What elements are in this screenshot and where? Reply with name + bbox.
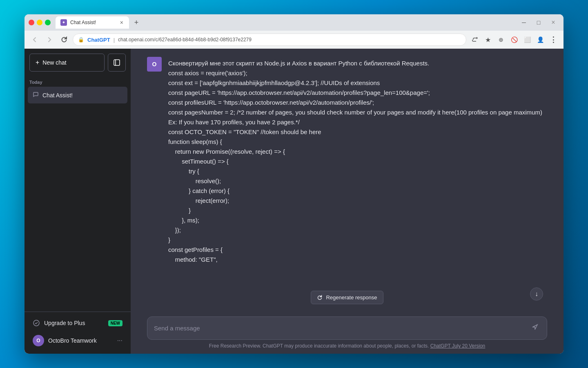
back-button[interactable]	[29, 34, 41, 46]
user-avatar: O	[33, 335, 44, 346]
toolbar-actions: ★ ⊕ 🚫 ⬜ 👤 ⋮	[469, 34, 559, 46]
window-maximize-button[interactable]: □	[532, 16, 545, 29]
reader-button[interactable]: ⬜	[521, 34, 533, 46]
browser-tab-active[interactable]: ✦ Chat Assist! ×	[56, 16, 129, 29]
today-label: Today	[24, 76, 131, 86]
scroll-down-wrapper: ↓	[530, 287, 543, 301]
delete-chat-button[interactable]	[115, 91, 122, 99]
regenerate-icon	[317, 295, 323, 301]
tab-favicon: ✦	[60, 19, 67, 26]
chat-item-text: Chat Assist!	[42, 92, 91, 99]
user-menu-button[interactable]: ···	[117, 337, 122, 344]
window-controls	[29, 20, 51, 25]
chat-bottom: Free Research Preview. ChatGPT may produ…	[131, 312, 564, 354]
scroll-down-button[interactable]: ↓	[530, 287, 543, 301]
address-separator: |	[114, 37, 115, 43]
chat-item[interactable]: Chat Assist!	[28, 87, 127, 103]
sidebar-spacer	[24, 104, 131, 312]
reload-button[interactable]	[58, 34, 70, 46]
chat-icon	[33, 92, 38, 99]
tab-bar: ✦ Chat Assist! × +	[56, 16, 514, 29]
bookmark-button[interactable]: ★	[482, 34, 494, 46]
user-avatar-message: O	[147, 57, 162, 72]
close-window-button[interactable]	[29, 20, 34, 25]
send-icon	[531, 323, 539, 331]
tab-close-button[interactable]: ×	[119, 18, 124, 27]
user-message-block: O Сконвертируй мне этот скрипт из Node.j…	[147, 57, 547, 265]
sidebar-bottom: Upgrade to Plus NEW O OctoBro Teamwork ·…	[24, 312, 131, 354]
plus-icon: +	[36, 59, 39, 66]
address-url: chat.openai.com/c/627ea86d-b84d-46b8-b9d…	[118, 37, 252, 43]
user-message-content: Сконвертируй мне этот скрипт из Node.js …	[168, 57, 547, 265]
window-minimize-button[interactable]: ─	[518, 16, 530, 29]
user-profile-item[interactable]: O OctoBro Teamwork ···	[28, 331, 127, 350]
footer-disclaimer: Free Research Preview. ChatGPT may produ…	[147, 343, 547, 349]
upgrade-badge: NEW	[108, 320, 122, 326]
tab-title: Chat Assist!	[70, 20, 116, 25]
content-area: + New chat Today Chat Assist!	[24, 49, 564, 354]
sidebar-header: + New chat	[24, 49, 131, 76]
browser-window: ✦ Chat Assist! × + ─ □ × 🔒 ChatGPT | c	[24, 14, 564, 354]
footer-text: Free Research Preview. ChatGPT may produ…	[209, 343, 429, 349]
maximize-window-button[interactable]	[45, 20, 51, 25]
minimize-window-button[interactable]	[37, 20, 42, 25]
sidebar: + New chat Today Chat Assist!	[24, 49, 131, 354]
upgrade-label: Upgrade to Plus	[44, 320, 104, 326]
chat-messages: O Сконвертируй мне этот скрипт из Node.j…	[131, 49, 564, 291]
window-close-button[interactable]: ×	[547, 16, 559, 29]
message-input[interactable]	[154, 325, 526, 332]
upgrade-to-plus-item[interactable]: Upgrade to Plus NEW	[28, 315, 127, 331]
block-button[interactable]: 🚫	[508, 34, 520, 46]
input-area	[147, 316, 547, 340]
lock-icon: 🔒	[78, 37, 84, 43]
message-input-wrapper	[147, 316, 547, 340]
address-site: ChatGPT	[87, 37, 110, 43]
share-chat-button[interactable]	[105, 91, 113, 99]
new-chat-button[interactable]: + New chat	[29, 54, 105, 72]
browser-toolbar: 🔒 ChatGPT | chat.openai.com/c/627ea86d-b…	[24, 31, 564, 49]
new-chat-label: New chat	[42, 59, 66, 66]
svg-rect-0	[114, 60, 120, 65]
user-name: OctoBro Teamwork	[48, 337, 113, 344]
chat-area: O Сконвертируй мне этот скрипт из Node.j…	[131, 49, 564, 354]
svg-rect-2	[117, 93, 120, 96]
forward-button[interactable]	[43, 34, 56, 46]
title-bar: ✦ Chat Assist! × + ─ □ ×	[24, 14, 564, 31]
edit-chat-button[interactable]	[96, 91, 103, 99]
send-button[interactable]	[530, 322, 540, 334]
footer-link[interactable]: ChatGPT July 20 Version	[430, 343, 486, 349]
extensions-button[interactable]: ⊕	[495, 34, 507, 46]
regenerate-label: Regenerate response	[326, 294, 377, 301]
new-tab-button[interactable]: +	[131, 17, 142, 28]
address-bar[interactable]: 🔒 ChatGPT | chat.openai.com/c/627ea86d-b…	[73, 34, 466, 46]
profile-button[interactable]: 👤	[534, 34, 546, 46]
menu-button[interactable]: ⋮	[547, 34, 559, 46]
sidebar-toggle-button[interactable]	[108, 54, 126, 72]
regen-bar: Regenerate response	[131, 291, 564, 307]
regenerate-button[interactable]: Regenerate response	[311, 291, 383, 304]
share-button[interactable]	[469, 34, 481, 46]
